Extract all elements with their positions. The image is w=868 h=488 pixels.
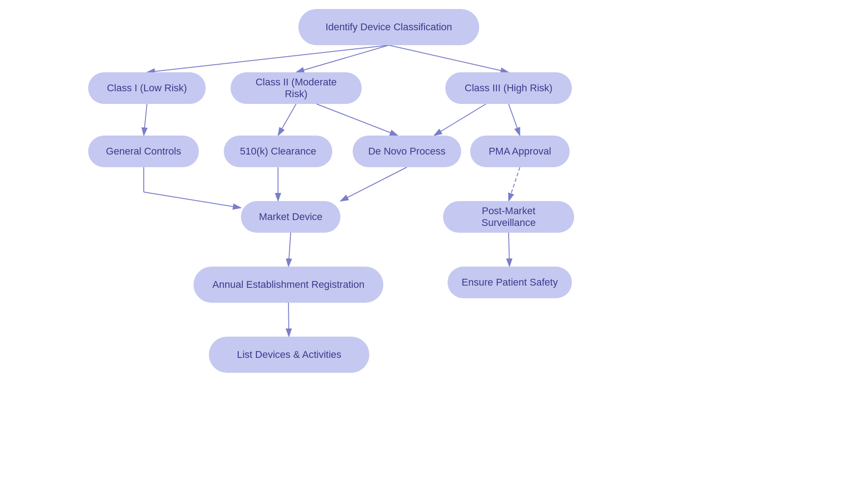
node-market: Market Device — [241, 201, 340, 233]
svg-line-14 — [509, 167, 520, 201]
svg-line-17 — [288, 303, 289, 337]
svg-line-4 — [389, 45, 509, 72]
node-annual: Annual Establishment Registration — [193, 267, 383, 303]
node-class1: Class I (Low Risk) — [88, 72, 206, 104]
node-identify: Identify Device Classification — [298, 9, 479, 45]
node-denovo: De Novo Process — [353, 136, 461, 167]
svg-line-8 — [434, 104, 486, 136]
svg-line-16 — [509, 233, 509, 267]
svg-line-11 — [144, 192, 241, 208]
svg-line-15 — [288, 233, 291, 267]
node-postmarket: Post-Market Surveillance — [443, 201, 574, 233]
svg-line-3 — [296, 45, 389, 72]
node-510k: 510(k) Clearance — [224, 136, 332, 167]
node-pma: PMA Approval — [470, 136, 570, 167]
svg-line-13 — [340, 167, 407, 201]
svg-line-2 — [147, 45, 389, 72]
node-class3: Class III (High Risk) — [445, 72, 572, 104]
node-list: List Devices & Activities — [209, 337, 369, 373]
node-class2: Class II (Moderate Risk) — [231, 72, 362, 104]
svg-line-6 — [278, 104, 296, 136]
diagram-container: Identify Device Classification Class I (… — [0, 0, 868, 488]
node-general: General Controls — [88, 136, 199, 167]
svg-line-9 — [509, 104, 520, 136]
svg-line-5 — [144, 104, 147, 136]
svg-line-7 — [316, 104, 398, 136]
node-ensure: Ensure Patient Safety — [448, 267, 572, 298]
